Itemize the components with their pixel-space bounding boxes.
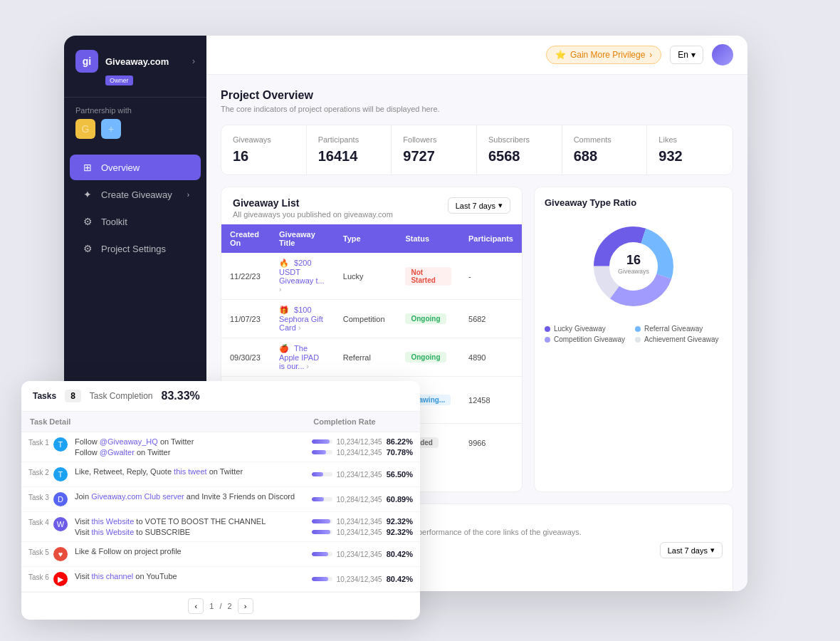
task-link[interactable]: Giveaway.com Club server — [91, 492, 184, 501]
tasks-pagination: ‹ 1 / 2 › — [21, 592, 420, 620]
task-link[interactable]: this channel — [92, 572, 134, 580]
task-detail: Task 1 T Follow @Giveaway_HQ on TwitterF… — [21, 432, 305, 462]
row-title: 🎁 $100 Sephora Gift Card › — [271, 300, 335, 338]
task-completion-value: 83.33% — [162, 390, 200, 402]
task-type-icon: T — [53, 437, 68, 452]
task-completion: 10,234/12,345 86.22% 10,234/12,345 70.78… — [305, 432, 420, 462]
completion-label: Task Completion — [90, 391, 153, 401]
nav-item-toolkit[interactable]: ⚙ Toolkit — [70, 209, 201, 234]
progress-text: 10,234/12,345 — [337, 575, 382, 583]
progress-bar: 10,234/12,345 80.42% — [312, 575, 413, 583]
row-status: Ongoing — [397, 300, 460, 338]
legend-competition-label: Competition Giveaway — [554, 335, 625, 343]
task-link[interactable]: this Website — [92, 517, 135, 526]
gain-privilege-button[interactable]: ⭐ Gain More Privilege › — [546, 46, 661, 64]
progress-bar: 10,234/12,345 80.42% — [312, 550, 413, 558]
giveaway-list-header: Giveaway List All giveaways you publishe… — [221, 187, 522, 224]
logo-chevron-icon: › — [192, 56, 195, 66]
sidebar-logo[interactable]: gi Giveaway.com › — [75, 50, 195, 73]
progress-text: 10,234/12,345 — [337, 438, 382, 446]
task-row: Task 2 T Like, Retweet, Reply, Quote thi… — [21, 462, 420, 487]
stat-giveaways: Giveaways 16 — [221, 125, 307, 174]
row-status: Not Started — [397, 253, 460, 300]
progress-text: 10,234/12,345 — [337, 551, 382, 558]
funnel-filter-label: Last 7 days — [668, 546, 708, 555]
task-link[interactable]: @Giveaway_HQ — [100, 437, 158, 446]
completion-pct: 86.22% — [387, 437, 413, 446]
giveaway-list-subtitle: All giveaways you published on giveaway.… — [233, 210, 393, 219]
svg-text:Giveaways: Giveaways — [618, 268, 650, 275]
tasks-total-pages: 2 — [228, 602, 232, 610]
table-row: 11/22/23 🔥 $200 USDT Giveaway t... › Luc… — [221, 253, 522, 300]
donut-svg: 16 Giveaways — [584, 217, 683, 316]
filter-label: Last 7 days — [456, 202, 495, 210]
giveaway-list-title: Giveaway List — [233, 197, 393, 209]
task-link[interactable]: this Website — [92, 528, 135, 536]
task-num: Task 6 — [28, 573, 49, 581]
stat-subscribers-value: 6568 — [488, 148, 550, 165]
row-date: 11/07/23 — [221, 300, 271, 338]
legend-competition: Competition Giveaway — [545, 335, 632, 343]
row-status: Ongoing — [397, 338, 460, 377]
col-title: Giveaway Title — [271, 224, 335, 253]
row-participants: 12458 — [460, 377, 522, 424]
funnel-chevron-icon: ▾ — [710, 546, 715, 555]
partner-icon-1[interactable]: G — [75, 119, 95, 139]
task-type-icon: W — [53, 517, 68, 531]
progress-text: 10,234/12,345 — [337, 449, 382, 457]
task-link[interactable]: this tweet — [174, 467, 206, 476]
task-row: Task 6 ▶ Visit this channel on YouTube 1… — [21, 567, 420, 592]
nav-item-settings[interactable]: ⚙ Project Settings — [70, 236, 201, 261]
page-title: Project Overview — [221, 89, 733, 102]
tasks-panel: Tasks 8 Task Completion 83.33% Task Deta… — [21, 381, 420, 620]
task-row: Task 3 D Join Giveaway.com Club server a… — [21, 487, 420, 512]
row-date: 11/22/23 — [221, 253, 271, 300]
app-name: Giveaway.com — [105, 56, 169, 67]
lang-label: En — [678, 50, 688, 60]
partnership-icons: G + — [75, 119, 195, 139]
stat-giveaways-value: 16 — [233, 148, 295, 165]
task-row: Task 1 T Follow @Giveaway_HQ on TwitterF… — [21, 432, 420, 462]
completion-pct: 92.32% — [387, 528, 413, 536]
table-row: 11/07/23 🎁 $100 Sephora Gift Card › Comp… — [221, 300, 522, 338]
col-created-on: Created On — [221, 224, 271, 253]
task-line: Visit this channel on YouTube — [75, 572, 298, 580]
privilege-chevron-icon: › — [649, 50, 652, 60]
status-badge: Not Started — [405, 267, 451, 286]
stat-comments-value: 688 — [574, 148, 636, 165]
legend-dot-competition — [545, 337, 550, 343]
task-line: Like, Retweet, Reply, Quote this tweet o… — [75, 467, 298, 476]
task-num: Task 1 — [28, 439, 49, 447]
tasks-prev-button[interactable]: ‹ — [188, 598, 204, 614]
row-type: Referral — [335, 338, 397, 377]
status-badge: Ongoing — [405, 352, 446, 363]
svg-text:16: 16 — [626, 253, 641, 267]
row-title: 🔥 $200 USDT Giveaway t... › — [271, 253, 335, 300]
stat-comments: Comments 688 — [562, 125, 648, 174]
table-header-row: Created On Giveaway Title Type Status Pa… — [221, 224, 522, 253]
stat-comments-label: Comments — [574, 135, 636, 144]
task-lines: Visit this channel on YouTube — [75, 572, 298, 580]
nav-settings-label: Project Settings — [101, 244, 166, 254]
legend-dot-lucky — [545, 326, 550, 332]
task-type-icon: T — [53, 467, 68, 481]
nav-item-overview[interactable]: ⊞ Overview — [70, 155, 201, 180]
funnel-filter-button[interactable]: Last 7 days ▾ — [660, 542, 723, 558]
task-line: Visit this Website to VOTE TO BOOST THE … — [75, 517, 298, 526]
donut-chart: 16 Giveaways — [545, 217, 723, 316]
tasks-next-button[interactable]: › — [238, 598, 253, 614]
progress-text: 10,234/12,345 — [337, 471, 382, 479]
legend-achievement: Achievement Giveaway — [635, 335, 723, 343]
task-detail: Task 6 ▶ Visit this channel on YouTube — [21, 567, 305, 592]
stat-followers-label: Followers — [403, 135, 465, 144]
giveaway-filter-button[interactable]: Last 7 days ▾ — [448, 197, 510, 214]
task-link[interactable]: @Gwalter — [100, 448, 135, 457]
row-date: 09/30/23 — [221, 338, 271, 377]
lang-chevron-icon: ▾ — [691, 50, 695, 60]
language-button[interactable]: En ▾ — [670, 46, 703, 64]
nav-item-create-giveaway[interactable]: ✦ Create Giveaway › — [70, 182, 201, 207]
partner-icon-2[interactable]: + — [101, 119, 121, 139]
task-lines: Like & Follow on project profile — [75, 547, 298, 556]
stat-followers-value: 9727 — [403, 148, 465, 165]
user-avatar[interactable] — [712, 44, 733, 66]
